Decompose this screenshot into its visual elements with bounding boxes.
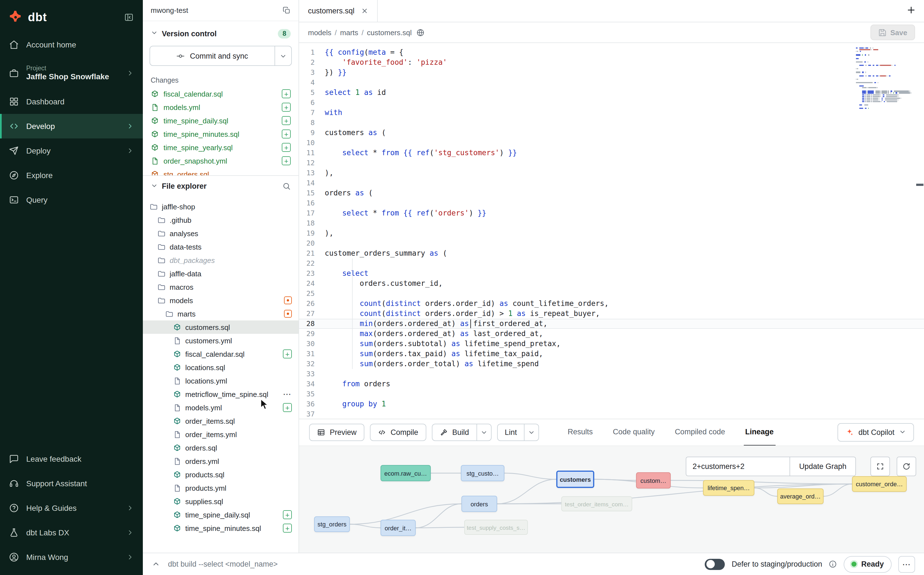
stage-file-button[interactable]: + <box>282 156 291 165</box>
branch-name[interactable]: mwong-test <box>151 6 188 14</box>
compile-button[interactable]: Compile <box>370 424 426 441</box>
lineage-node-test-order-items[interactable]: test_order_items_com… <box>561 496 632 511</box>
fullscreen-button[interactable] <box>870 457 890 476</box>
collapse-sidebar-icon[interactable] <box>124 12 134 22</box>
sidebar-item-explore[interactable]: Explore <box>0 163 143 187</box>
editor-tab-customers[interactable]: customers.sql <box>299 0 378 22</box>
lineage-node-customers[interactable]: customers <box>556 470 594 488</box>
file-row-metricflow-time-spine-sql[interactable]: metricflow_time_spine.sql⋯ <box>143 388 298 401</box>
breadcrumb-item-1[interactable]: marts <box>340 28 358 37</box>
sidebar-item-leave-feedback[interactable]: Leave feedback <box>0 446 143 471</box>
file-row-locations-yml[interactable]: locations.yml <box>143 374 298 388</box>
file-row-time-spine-minutes-sql[interactable]: time_spine_minutes.sql+ <box>143 521 298 535</box>
lineage-node-customer-orders[interactable]: customer_orde… <box>852 476 907 492</box>
refresh-button[interactable] <box>897 457 916 476</box>
stage-file-button[interactable]: + <box>282 89 291 98</box>
lineage-node-average-order[interactable]: average_ord… <box>777 488 824 504</box>
save-button[interactable]: Save <box>870 25 915 40</box>
lineage-node-orders[interactable]: orders <box>461 496 497 512</box>
sidebar-item-dashboard[interactable]: Dashboard <box>0 89 143 114</box>
dbt-logo[interactable]: dbt <box>9 10 47 25</box>
search-files-icon[interactable] <box>282 182 291 191</box>
commit-and-sync-button[interactable]: Commit and sync <box>149 46 292 66</box>
file-row-orders-yml[interactable]: orders.yml <box>143 454 298 468</box>
folder-row-models[interactable]: models <box>143 294 298 307</box>
file-explorer-header[interactable]: File explorer <box>143 175 298 197</box>
sidebar-item-deploy[interactable]: Deploy <box>0 138 143 163</box>
docs-globe-icon[interactable] <box>416 28 425 37</box>
command-hint[interactable]: dbt build --select <model_name> <box>168 560 277 568</box>
preview-button[interactable]: Preview <box>309 424 365 441</box>
file-row-products-yml[interactable]: products.yml <box>143 481 298 495</box>
file-row-time-spine-daily-sql[interactable]: time_spine_daily.sql+ <box>143 508 298 521</box>
stage-file-button[interactable]: + <box>282 116 291 125</box>
sidebar-item-mirna-wong[interactable]: Mirna Wong <box>0 545 143 569</box>
sidebar-item-dbt-labs-dx[interactable]: dbt Labs DX <box>0 520 143 545</box>
lineage-node-stg-orders[interactable]: stg_orders <box>314 516 350 532</box>
lint-options-chevron[interactable] <box>524 424 539 441</box>
folder-row-github[interactable]: .github <box>143 213 298 227</box>
tab-compiled-code[interactable]: Compiled code <box>673 419 727 446</box>
close-tab-icon[interactable] <box>361 7 369 14</box>
status-badge[interactable]: Ready <box>844 556 892 572</box>
commit-options-chevron[interactable] <box>274 46 291 65</box>
code-editor[interactable]: 1{{ config(meta = {2 'favorite_food': 'p… <box>299 43 924 419</box>
stage-file-button[interactable]: + <box>283 524 292 532</box>
folder-row-data-tests[interactable]: data-tests <box>143 240 298 253</box>
change-row-order-snapshot-yml[interactable]: order_snapshot.yml+ <box>143 154 298 167</box>
build-options-chevron[interactable] <box>476 424 491 441</box>
lineage-node-order-items[interactable]: order_it… <box>380 520 416 536</box>
dbt-copilot-button[interactable]: dbt Copilot <box>838 423 914 442</box>
lineage-node-stg-customers[interactable]: stg_custo… <box>461 465 504 481</box>
folder-row-analyses[interactable]: analyses <box>143 227 298 240</box>
tab-code-quality[interactable]: Code quality <box>611 419 656 446</box>
folder-row-jaffle-shop[interactable]: jaffle-shop <box>143 200 298 213</box>
file-row-customers-yml[interactable]: customers.yml <box>143 334 298 347</box>
stage-file-button[interactable]: + <box>283 403 292 412</box>
sidebar-item-project[interactable]: ProjectJaffle Shop Snowflake <box>0 57 143 89</box>
change-row-time-spine-daily-sql[interactable]: time_spine_daily.sql+ <box>143 114 298 127</box>
expand-command-bar-icon[interactable] <box>152 560 160 568</box>
version-control-header[interactable]: Version control 8 <box>143 21 298 46</box>
info-icon[interactable] <box>829 560 837 568</box>
lineage-selector-input[interactable] <box>686 457 789 476</box>
change-row-fiscal-calendar-sql[interactable]: fiscal_calendar.sql+ <box>143 87 298 100</box>
build-button[interactable]: Build <box>431 424 476 441</box>
lineage-node-test-supply-costs[interactable]: test_supply_costs_s… <box>464 520 528 535</box>
breadcrumb-item-0[interactable]: models <box>308 28 331 37</box>
change-row-time-spine-minutes-sql[interactable]: time_spine_minutes.sql+ <box>143 127 298 141</box>
lineage-node-lifetime-spend[interactable]: lifetime_spen… <box>703 480 754 496</box>
file-row-models-yml[interactable]: models.yml+ <box>143 401 298 414</box>
lineage-node-customers-error[interactable]: custom… <box>636 472 671 488</box>
file-row-locations-sql[interactable]: locations.sql <box>143 361 298 374</box>
folder-row-macros[interactable]: macros <box>143 280 298 294</box>
sidebar-item-develop[interactable]: Develop <box>0 114 143 138</box>
folder-row-jaffle-data[interactable]: jaffle-data <box>143 267 298 280</box>
new-tab-button[interactable] <box>906 5 916 15</box>
folder-row-marts[interactable]: marts <box>143 307 298 321</box>
scrollbar-thumb[interactable] <box>916 184 924 186</box>
change-row-time-spine-yearly-sql[interactable]: time_spine_yearly.sql+ <box>143 141 298 154</box>
file-row-products-sql[interactable]: products.sql <box>143 468 298 481</box>
breadcrumb-item-2[interactable]: customers.sql <box>367 28 412 37</box>
update-graph-button[interactable]: Update Graph <box>789 457 856 476</box>
file-options-button[interactable]: ⋯ <box>283 391 292 397</box>
stage-file-button[interactable]: + <box>283 349 292 358</box>
file-row-orders-sql[interactable]: orders.sql <box>143 441 298 454</box>
file-row-fiscal-calendar-sql[interactable]: fiscal_calendar.sql+ <box>143 347 298 361</box>
sidebar-item-query[interactable]: Query <box>0 187 143 212</box>
change-row-models-yml[interactable]: models.yml+ <box>143 100 298 114</box>
sidebar-item-account-home[interactable]: Account home <box>0 32 143 57</box>
tab-lineage[interactable]: Lineage <box>743 419 775 446</box>
more-options-button[interactable]: ⋯ <box>898 556 915 572</box>
sidebar-item-support-assistant[interactable]: Support Assistant <box>0 471 143 496</box>
stage-file-button[interactable]: + <box>282 143 291 152</box>
sidebar-item-help-guides[interactable]: Help & Guides <box>0 496 143 520</box>
defer-toggle[interactable] <box>705 559 725 570</box>
tab-results[interactable]: Results <box>566 419 594 446</box>
lint-button[interactable]: Lint <box>497 424 524 441</box>
copy-branch-icon[interactable] <box>282 6 291 14</box>
stage-file-button[interactable]: + <box>282 103 291 112</box>
change-row-stg-orders-sql[interactable]: stg_orders.sql <box>143 167 298 175</box>
lineage-node-ecom-raw-customers[interactable]: ecom.raw_cu… <box>380 465 431 481</box>
